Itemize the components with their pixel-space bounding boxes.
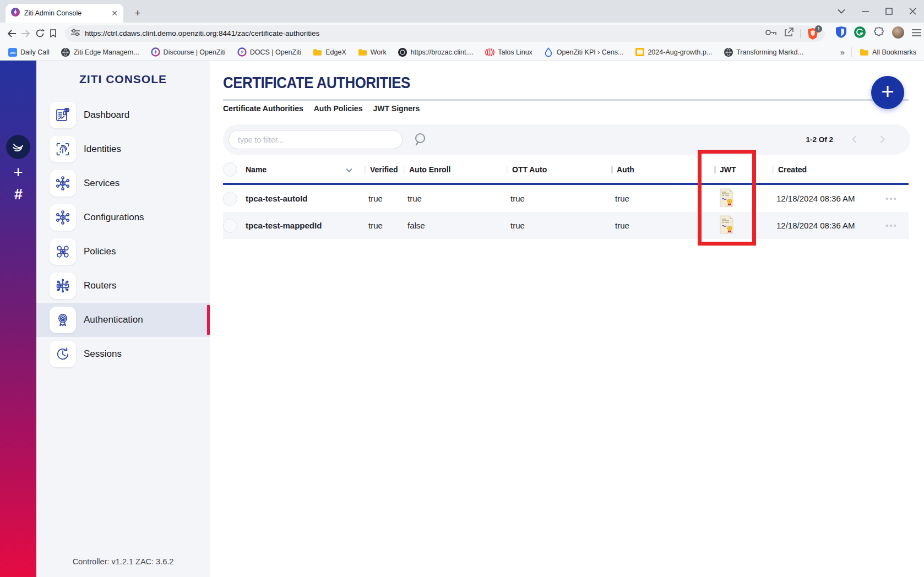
toolbar-divider bbox=[800, 29, 801, 38]
sidebar-item-policies[interactable]: Policies bbox=[36, 235, 210, 269]
maximize-icon[interactable] bbox=[885, 8, 893, 15]
bookmark-https-brozac-clint[interactable]: https://brozac.clint.... bbox=[398, 47, 474, 57]
column-separator bbox=[714, 166, 716, 173]
pagination-prev-icon[interactable] bbox=[850, 134, 860, 146]
column-header-auth[interactable]: Auth bbox=[611, 165, 714, 174]
grammarly-extension-icon[interactable] bbox=[854, 26, 866, 40]
column-label: Name bbox=[246, 165, 267, 174]
row-checkbox[interactable] bbox=[223, 219, 237, 233]
tab-search-icon[interactable] bbox=[838, 9, 845, 14]
forward-icon[interactable] bbox=[21, 26, 31, 41]
browser-menu-icon[interactable] bbox=[912, 29, 921, 39]
doc-yellow-icon bbox=[635, 47, 644, 57]
bookmark-talos-linux[interactable]: Talos Linux bbox=[485, 47, 532, 57]
section-tabs: Certificate AuthoritiesAuth PoliciesJWT … bbox=[223, 102, 420, 113]
column-header-auto-enroll[interactable]: Auto Enroll bbox=[404, 165, 507, 174]
rail-hash-icon[interactable]: # bbox=[0, 186, 36, 203]
url-bar[interactable]: https://ctrl.cdaws.clint.demo.openziti.o… bbox=[65, 25, 825, 42]
brave-shield-icon[interactable]: 1 bbox=[807, 28, 819, 40]
policies-icon bbox=[50, 238, 76, 265]
bookmark-label: DOCS | OpenZiti bbox=[250, 48, 302, 56]
column-header-created[interactable]: Created bbox=[773, 165, 872, 174]
cell-auto-enroll: true bbox=[404, 194, 507, 203]
close-icon[interactable] bbox=[909, 8, 916, 15]
bookmark-discourse-openziti[interactable]: Discourse | OpenZiti bbox=[151, 47, 226, 57]
sidebar-item-dashboard[interactable]: Dashboard bbox=[36, 98, 210, 132]
sidebar-item-authentication[interactable]: Authentication bbox=[36, 303, 210, 337]
add-certificate-authority-button[interactable]: + bbox=[871, 76, 904, 109]
column-label: Verified bbox=[370, 165, 398, 174]
sidebar-item-routers[interactable]: Routers bbox=[36, 269, 210, 303]
column-label: Created bbox=[778, 165, 807, 174]
sidebar-item-label: Sessions bbox=[84, 349, 122, 360]
tab-jwt-signers[interactable]: JWT Signers bbox=[373, 102, 420, 113]
table-row-tpca-test-mappedid[interactable]: tpca-test-mappedIdtruefalsetruetrue12/18… bbox=[223, 212, 909, 239]
back-icon[interactable] bbox=[7, 26, 17, 41]
profile-avatar[interactable] bbox=[892, 26, 904, 41]
pagination-next-icon[interactable] bbox=[877, 134, 887, 146]
certificate-icon[interactable] bbox=[714, 188, 773, 210]
reload-icon[interactable] bbox=[35, 26, 45, 41]
openziti-icon bbox=[151, 47, 160, 57]
sidebar-item-label: Policies bbox=[84, 246, 116, 257]
column-header-verified[interactable]: Verified bbox=[365, 165, 404, 174]
bookmark-ziti-edge-managem[interactable]: Ziti Edge Managem... bbox=[61, 47, 139, 57]
bookmark-icon[interactable] bbox=[49, 26, 57, 41]
camera-dark-icon bbox=[398, 47, 407, 57]
column-header-jwt[interactable]: JWT bbox=[714, 165, 773, 174]
bookmark-docs-openziti[interactable]: DOCS | OpenZiti bbox=[237, 47, 302, 57]
browser-toolbar: https://ctrl.cdaws.clint.demo.openziti.o… bbox=[0, 23, 924, 44]
bookmarks-overflow-icon[interactable]: » bbox=[840, 47, 844, 57]
filter-field[interactable] bbox=[229, 130, 403, 149]
table-row-tpca-test-autoid[interactable]: tpca-test-autoIdtruetruetruetrue12/18/20… bbox=[223, 185, 909, 212]
new-tab-button[interactable]: + bbox=[131, 6, 145, 20]
column-header-name[interactable]: Name bbox=[246, 165, 365, 174]
minimize-icon[interactable] bbox=[862, 8, 869, 15]
row-menu-icon[interactable]: ••• bbox=[872, 194, 909, 203]
sidebar-item-identities[interactable]: Identities bbox=[36, 132, 210, 166]
search-icon[interactable] bbox=[413, 132, 428, 149]
sessions-icon bbox=[50, 341, 76, 367]
sidebar-item-services[interactable]: Services bbox=[36, 166, 210, 200]
row-checkbox[interactable] bbox=[223, 192, 237, 206]
url-text[interactable]: https://ctrl.cdaws.clint.demo.openziti.o… bbox=[85, 29, 760, 37]
certificate-icon[interactable] bbox=[714, 215, 773, 237]
ziti-logo-icon[interactable] bbox=[6, 135, 30, 159]
select-all-checkbox[interactable] bbox=[223, 162, 237, 177]
column-separator bbox=[773, 166, 774, 173]
extensions-puzzle-icon[interactable] bbox=[873, 27, 884, 40]
bookmark-work[interactable]: Work bbox=[358, 47, 387, 57]
routers-icon bbox=[50, 273, 76, 299]
bookmark-transforming-markd[interactable]: Transforming Markd... bbox=[724, 47, 803, 57]
page-title: CERTIFICATE AUTHORITIES bbox=[223, 73, 410, 92]
site-settings-icon[interactable] bbox=[70, 29, 80, 39]
browser-tab[interactable]: Ziti Admin Console ✕ bbox=[6, 4, 123, 23]
tab-certificate-authorities[interactable]: Certificate Authorities bbox=[223, 102, 303, 113]
rail-add-icon[interactable]: + bbox=[0, 163, 36, 182]
share-icon[interactable] bbox=[784, 28, 793, 39]
sidebar-item-configurations[interactable]: Configurations bbox=[36, 200, 210, 235]
password-key-icon[interactable] bbox=[765, 29, 777, 39]
sidebar-item-label: Configurations bbox=[84, 212, 144, 223]
dashboard-icon bbox=[50, 102, 76, 128]
cell-auto-enroll: false bbox=[404, 221, 507, 230]
row-menu-icon[interactable]: ••• bbox=[872, 221, 909, 230]
bookmark-2024-aug-growth-p[interactable]: 2024-Aug-growth.p... bbox=[635, 47, 712, 57]
tab-close-icon[interactable]: ✕ bbox=[111, 9, 118, 17]
tab-auth-policies[interactable]: Auth Policies bbox=[314, 102, 363, 113]
column-label: Auto Enroll bbox=[409, 165, 450, 174]
console-title: ZITI CONSOLE bbox=[36, 73, 210, 86]
configurations-icon bbox=[50, 204, 76, 231]
all-bookmarks[interactable]: All Bookmarks bbox=[860, 47, 916, 57]
sidebar-item-sessions[interactable]: Sessions bbox=[36, 337, 210, 371]
sort-chevron-icon[interactable] bbox=[346, 165, 352, 174]
filter-input[interactable] bbox=[238, 135, 393, 144]
pagination-range: 1-2 Of 2 bbox=[806, 124, 833, 155]
bookmark-openziti-kpi-cens[interactable]: OpenZiti KPI › Cens... bbox=[544, 47, 624, 57]
column-header-ott-auto[interactable]: OTT Auto bbox=[507, 165, 611, 174]
bitwarden-extension-icon[interactable] bbox=[836, 26, 846, 40]
bookmark-edgex[interactable]: EdgeX bbox=[313, 47, 346, 57]
bookmark-daily-call[interactable]: zmDaily Call bbox=[8, 47, 50, 57]
droplet-icon bbox=[544, 47, 553, 57]
globe-dark-icon bbox=[724, 47, 733, 57]
